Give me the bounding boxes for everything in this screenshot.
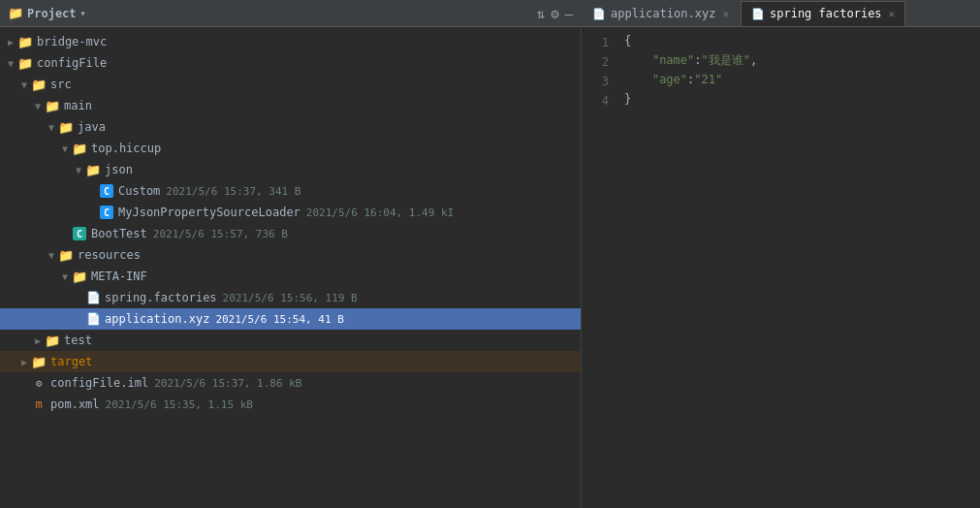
tree-label: test [64,333,92,347]
tree-label: META-INF [91,270,147,283]
tree-arrow: ▼ [17,79,31,90]
folder-icon: 📁 [8,6,23,20]
tree-label: java [78,120,106,134]
tab-file-icon: 📄 [592,8,606,20]
folder-icon-bridge-mvc: 📁 [17,34,33,49]
settings-icon[interactable]: ⚙ [551,6,558,21]
tree-arrow: ▶ [4,37,17,48]
tree-meta: 2021/5/6 15:56, 119 B [223,292,358,304]
tree-label: application.xyz [105,312,209,326]
tree-label: BootTest [91,227,147,240]
tab-spring-factories[interactable]: 📄 spring factories ✕ [741,1,905,26]
file-icon-spring-factories: 📄 [85,290,101,305]
panel-title: Project [27,7,77,20]
tree-item-myjson[interactable]: C MyJsonPropertySourceLoader 2021/5/6 16… [0,202,581,223]
folder-icon-top-hiccup: 📁 [72,141,87,156]
tab-close-btn[interactable]: ✕ [889,8,896,20]
tree-arrow: ▼ [58,143,72,154]
code-line-3: "age":"21" [624,70,980,89]
tree-label: configFile.iml [50,376,148,390]
folder-icon-meta-inf: 📁 [72,269,87,284]
left-panel: 📁 Project ▾ ⇅ ⚙ — ▶ 📁 bridge-mvc ▼ [0,0,582,508]
class-icon-boottest: C [72,226,87,241]
panel-header: 📁 Project ▾ ⇅ ⚙ — [0,0,581,27]
tree-item-custom[interactable]: C Custom 2021/5/6 15:37, 341 B [0,180,581,202]
tree-label: MyJsonPropertySourceLoader [118,206,300,219]
folder-icon-java: 📁 [58,119,74,135]
class-icon-myjson: C [99,205,114,220]
folder-icon-target: 📁 [31,354,47,369]
tree-label: configFile [37,56,107,70]
editor-content: 1 2 3 4 { "name":"我是谁", "age":"21" } [582,27,980,508]
file-icon-pom: m [31,397,47,412]
tree-arrow: ▶ [17,357,31,367]
tree-meta: 2021/5/6 15:54, 41 B [215,313,343,326]
tree-label: json [105,163,133,176]
tab-close-btn[interactable]: ✕ [722,8,729,20]
tree-item-java[interactable]: ▼ 📁 java [0,116,581,138]
folder-icon-src: 📁 [31,77,47,92]
tree-item-pom-xml[interactable]: m pom.xml 2021/5/6 15:35, 1.15 kB [0,394,581,415]
tree-item-main[interactable]: ▼ 📁 main [0,95,581,116]
tree-item-application-xyz[interactable]: 📄 application.xyz 2021/5/6 15:54, 41 B [0,308,581,330]
tree-meta: 2021/5/6 16:04, 1.49 kI [306,206,454,219]
line-num-2: 2 [582,52,609,72]
tab-label: spring factories [770,7,882,20]
dropdown-arrow[interactable]: ▾ [80,8,86,18]
tree-meta: 2021/5/6 15:37, 1.86 kB [154,377,301,390]
tree-item-src[interactable]: ▼ 📁 src [0,74,581,95]
tree-item-boottest[interactable]: C BootTest 2021/5/6 15:57, 736 B [0,223,581,244]
code-area[interactable]: { "name":"我是谁", "age":"21" } [616,31,980,504]
tree-label: Custom [118,184,160,198]
tree-label: bridge-mvc [37,35,107,48]
right-panel: 📄 application.xyz ✕ 📄 spring factories ✕… [582,0,980,508]
tree-arrow: ▼ [45,250,58,261]
tree-item-configfile-iml[interactable]: ⚙ configFile.iml 2021/5/6 15:37, 1.86 kB [0,372,581,394]
tree-label: pom.xml [50,397,100,411]
line-num-1: 1 [582,33,609,52]
tree-item-configfile[interactable]: ▼ 📁 configFile [0,52,581,74]
tree-item-target[interactable]: ▶ 📁 target [0,351,581,372]
tree-meta: 2021/5/6 15:37, 341 B [166,185,300,198]
tree-label: main [64,99,92,112]
code-line-2: "name":"我是谁", [624,50,980,70]
file-icon-application-xyz: 📄 [85,311,101,327]
tree-label: target [50,355,92,368]
tree-item-meta-inf[interactable]: ▼ 📁 META-INF [0,266,581,287]
tree-item-test[interactable]: ▶ 📁 test [0,330,581,351]
tree-arrow: ▼ [45,122,58,133]
tree-arrow: ▼ [58,271,72,282]
tree-arrow: ▼ [31,101,45,111]
tree-meta: 2021/5/6 15:57, 736 B [153,228,288,240]
folder-icon-configfile: 📁 [17,55,33,71]
tabs-bar: 📄 application.xyz ✕ 📄 spring factories ✕ [582,0,980,27]
tree-item-json[interactable]: ▼ 📁 json [0,159,581,180]
code-line-1: { [624,31,980,50]
file-tree: ▶ 📁 bridge-mvc ▼ 📁 configFile ▼ 📁 src [0,27,581,508]
transfer-icon[interactable]: ⇅ [537,6,545,21]
tree-arrow: ▶ [31,335,45,346]
tree-arrow: ▼ [4,58,17,69]
tree-item-top-hiccup[interactable]: ▼ 📁 top.hiccup [0,138,581,159]
tree-label: spring.factories [105,291,217,304]
folder-icon-main: 📁 [45,98,60,113]
line-num-3: 3 [582,72,609,91]
line-numbers: 1 2 3 4 [582,31,616,504]
line-num-4: 4 [582,91,609,111]
tab-application-xyz[interactable]: 📄 application.xyz ✕ [582,1,740,26]
tree-meta: 2021/5/6 15:35, 1.15 kB [106,398,253,411]
tab-file-icon: 📄 [751,8,765,20]
tree-label: top.hiccup [91,142,161,155]
file-icon-iml: ⚙ [31,375,47,391]
folder-icon-resources: 📁 [58,247,74,263]
class-icon-custom: C [99,183,114,199]
tree-label: src [50,78,72,91]
main-layout: 📁 Project ▾ ⇅ ⚙ — ▶ 📁 bridge-mvc ▼ [0,0,980,508]
minimize-icon[interactable]: — [565,6,573,21]
folder-icon-json: 📁 [85,162,101,177]
tree-item-spring-factories[interactable]: 📄 spring.factories 2021/5/6 15:56, 119 B [0,287,581,308]
tab-label: application.xyz [611,7,715,20]
tree-item-bridge-mvc[interactable]: ▶ 📁 bridge-mvc [0,31,581,52]
folder-icon-test: 📁 [45,333,60,348]
tree-item-resources[interactable]: ▼ 📁 resources [0,244,581,266]
